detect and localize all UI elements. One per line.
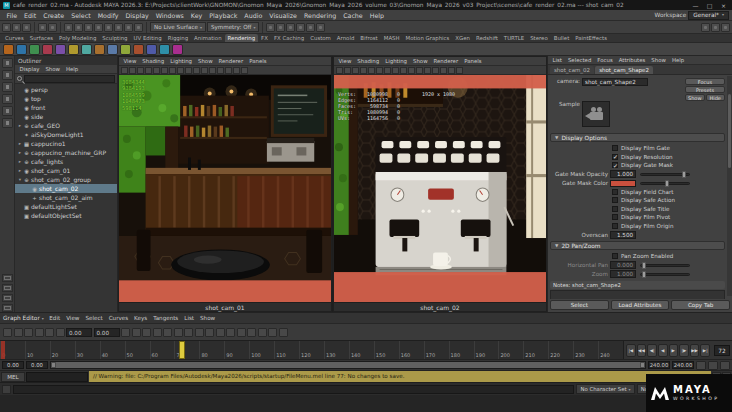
timeline-tick-210[interactable]: 210 bbox=[523, 341, 548, 359]
graph-toolbar-icon[interactable] bbox=[45, 328, 54, 337]
menu-key[interactable]: Key bbox=[187, 12, 205, 19]
statusline-undo-redo-icon[interactable] bbox=[48, 23, 57, 32]
move-tool-icon[interactable] bbox=[2, 94, 13, 104]
checkbox[interactable] bbox=[612, 145, 618, 151]
statusline-render-icon[interactable] bbox=[276, 23, 285, 32]
shelf-tab-custom[interactable]: Custom bbox=[307, 34, 334, 42]
viewport-toolbar-icon[interactable] bbox=[241, 67, 248, 74]
graph-toolbar-icon[interactable] bbox=[163, 328, 172, 337]
ae-tab-shot_cam_Shape2[interactable]: shot_cam_Shape2 bbox=[595, 66, 653, 74]
transport-button[interactable]: ◀| bbox=[647, 344, 657, 357]
transport-button[interactable]: ▶| bbox=[700, 344, 710, 357]
ae-menu-selected[interactable]: Selected bbox=[565, 57, 593, 63]
shelf-tab-animation[interactable]: Animation bbox=[191, 34, 224, 42]
live-surface-dropdown[interactable]: No Live Surface▾ bbox=[150, 22, 206, 32]
focus-button[interactable]: Focus bbox=[685, 78, 725, 85]
viewport-menu-view[interactable]: View bbox=[336, 58, 354, 64]
menu-rendering[interactable]: Rendering bbox=[301, 12, 340, 19]
graph-toolbar-icon[interactable] bbox=[3, 328, 12, 337]
shelf-tab-uv-editing[interactable]: UV Editing bbox=[131, 34, 165, 42]
close-button[interactable]: × bbox=[718, 2, 729, 9]
shelf-tab-mash[interactable]: MASH bbox=[381, 34, 403, 42]
ae-tab-shot_cam_02[interactable]: shot_cam_02 bbox=[550, 66, 594, 74]
statusline-file-icon[interactable] bbox=[12, 23, 21, 32]
graph-toolbar-icon[interactable] bbox=[35, 328, 44, 337]
graph-toolbar-icon[interactable] bbox=[216, 328, 225, 337]
menu-select[interactable]: Select bbox=[68, 12, 94, 19]
sidebar-toggle-icon[interactable] bbox=[721, 23, 730, 32]
outliner-item-shot_cam_02_aim[interactable]: +shot_cam_02_aim bbox=[15, 193, 117, 202]
attr-pan-zoom-enabled[interactable]: Pan Zoom Enabled bbox=[550, 252, 725, 261]
shelf-icon[interactable] bbox=[68, 44, 79, 55]
graph-toolbar-icon[interactable] bbox=[14, 328, 23, 337]
viewport-toolbar-icon[interactable] bbox=[233, 67, 240, 74]
maximize-button[interactable]: □ bbox=[704, 2, 715, 9]
layout-four-pane-icon[interactable] bbox=[2, 284, 13, 292]
scale-tool-icon[interactable] bbox=[2, 118, 13, 128]
shelf-tab-painteffects[interactable]: PaintEffects bbox=[572, 34, 610, 42]
paint-select-tool-icon[interactable] bbox=[2, 82, 13, 92]
shelf-tab-arnold[interactable]: Arnold bbox=[334, 34, 357, 42]
load-attributes-button[interactable]: Load Attributes bbox=[611, 300, 670, 310]
checkbox[interactable] bbox=[612, 154, 618, 160]
menu-cache[interactable]: Cache bbox=[340, 12, 367, 19]
shelf-tab-xgen[interactable]: XGen bbox=[452, 34, 473, 42]
viewport-toolbar-icon[interactable] bbox=[193, 67, 200, 74]
checkbox[interactable] bbox=[612, 197, 618, 203]
transport-button[interactable]: ◀◀ bbox=[637, 344, 647, 357]
viewport-menu-panels[interactable]: Panels bbox=[462, 58, 484, 64]
shelf-icon[interactable] bbox=[81, 44, 92, 55]
attr-display-gate-mask[interactable]: Display Gate Mask bbox=[550, 161, 725, 170]
graph-menu-curves[interactable]: Curves bbox=[106, 315, 130, 321]
attr-display-field-chart[interactable]: Display Field Chart bbox=[550, 188, 725, 197]
gate-mask-color-swatch[interactable] bbox=[610, 180, 636, 187]
key-value-field[interactable]: 0.00 bbox=[94, 328, 120, 337]
timeline-tick-110[interactable]: 110 bbox=[274, 341, 299, 359]
outliner-menu-show[interactable]: Show bbox=[43, 66, 63, 72]
viewport-toolbar-icon[interactable] bbox=[456, 67, 463, 74]
graph-toolbar-icon[interactable] bbox=[56, 328, 65, 337]
attr-display-film-origin[interactable]: Display Film Origin bbox=[550, 222, 725, 231]
statusline-file-icon[interactable] bbox=[22, 23, 31, 32]
timeline-tick-130[interactable]: 130 bbox=[324, 341, 349, 359]
outliner-item-defaultObjectSet[interactable]: ▣defaultObjectSet bbox=[15, 211, 117, 220]
help-icon[interactable] bbox=[2, 385, 11, 394]
hide-button[interactable]: Hide bbox=[706, 94, 726, 101]
outliner-item-cafe_GEO[interactable]: ▸⊕cafe_GEO bbox=[15, 121, 117, 130]
gate-mask-opacity-slider[interactable] bbox=[640, 173, 690, 176]
viewport-toolbar-icon[interactable] bbox=[145, 67, 152, 74]
menu-audio[interactable]: Audio bbox=[241, 12, 266, 19]
graph-menu-list[interactable]: List bbox=[182, 315, 197, 321]
viewport-toolbar-icon[interactable] bbox=[408, 67, 415, 74]
shelf-tab-poly-modeling[interactable]: Poly Modeling bbox=[56, 34, 99, 42]
command-language-switch[interactable]: MEL bbox=[1, 372, 25, 382]
statusline-snap-icon[interactable] bbox=[94, 23, 103, 32]
timeline-tick-170[interactable]: 170 bbox=[424, 341, 449, 359]
ae-menu-help[interactable]: Help bbox=[669, 57, 686, 63]
viewport-menu-show[interactable]: Show bbox=[196, 58, 216, 64]
character-set-dropdown[interactable]: No Character Set▾ bbox=[576, 384, 634, 394]
viewport-toolbar-icon[interactable] bbox=[336, 67, 343, 74]
playback-start-field[interactable]: 0.00 bbox=[26, 361, 48, 369]
graph-menu-tangents[interactable]: Tangents bbox=[151, 315, 181, 321]
transport-button[interactable]: ▶▶ bbox=[690, 344, 700, 357]
notes-textarea[interactable] bbox=[550, 290, 725, 300]
rotate-tool-icon[interactable] bbox=[2, 106, 13, 116]
camera-name-bar-left[interactable]: shot_cam_01 bbox=[119, 302, 331, 311]
sidebar-toggle-icon[interactable] bbox=[711, 23, 720, 32]
shelf-tab-turtle[interactable]: TURTLE bbox=[501, 34, 527, 42]
viewport-menu-panels[interactable]: Panels bbox=[247, 58, 269, 64]
checkbox[interactable] bbox=[612, 206, 618, 212]
ae-menu-show[interactable]: Show bbox=[649, 57, 669, 63]
character-set-icon[interactable] bbox=[696, 361, 706, 370]
viewport-toolbar-icon[interactable] bbox=[161, 67, 168, 74]
attr-display-resolution[interactable]: Display Resolution bbox=[550, 153, 725, 162]
viewport-toolbar-icon[interactable] bbox=[448, 67, 455, 74]
graph-toolbar-icon[interactable] bbox=[184, 328, 193, 337]
viewport-menu-lighting[interactable]: Lighting bbox=[383, 58, 410, 64]
viewport-toolbar-icon[interactable] bbox=[368, 67, 375, 74]
graph-toolbar-icon[interactable] bbox=[24, 328, 33, 337]
statusline-render-icon[interactable] bbox=[316, 23, 325, 32]
shelf-tab-rendering[interactable]: Rendering bbox=[225, 34, 259, 42]
section-display-options[interactable]: ▼ Display Options bbox=[550, 133, 725, 142]
